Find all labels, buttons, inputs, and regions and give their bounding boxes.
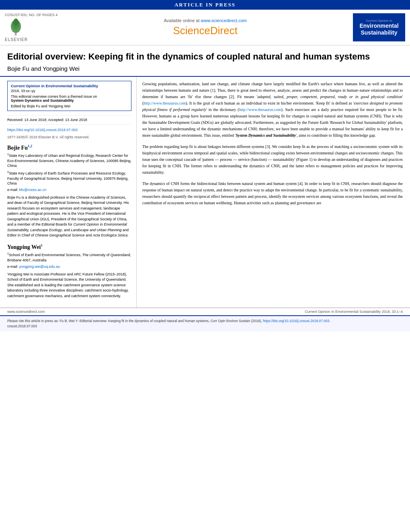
journal-sust-name: Sustainability — [357, 29, 401, 36]
article-authors: Bojie Fu and Yongping Wei — [7, 65, 403, 72]
left-column: Current Opinion in Environmental Sustain… — [0, 77, 137, 308]
journal-info-box: Current Opinion in Environmental Sustain… — [7, 81, 131, 111]
author-yongping-section: Yongping Wei1 1School of Earth and Envir… — [7, 243, 131, 299]
affiliation-yongping-1: 1School of Earth and Environmental Scien… — [7, 252, 131, 263]
article-in-press-banner: ARTICLE IN PRESS — [0, 0, 410, 10]
author-yongping-name: Yongping Wei1 — [7, 243, 131, 251]
journal-volume: 2018, 33:xx–yy — [11, 89, 128, 93]
doi-link[interactable]: https://doi.org/10.1016/j.cosust.2018.07… — [7, 128, 78, 132]
footer-left: www.sciencedirect.com — [7, 310, 45, 314]
header: COSUST-831; NO. OF PAGES 4 ELSEVIER Avai… — [0, 10, 410, 45]
journal-brand-box: Current Opinion in Environmental Sustain… — [353, 13, 405, 41]
citation-suffix: cosust.2018.07.003 — [7, 324, 37, 328]
themed-issue-topic: System Dynamics and Sustainability — [11, 99, 74, 103]
elsevier-tree-icon — [6, 18, 26, 37]
themed-issue-text: This editorial overview comes from a the… — [11, 94, 128, 103]
header-center: Available online at www.sciencedirect.co… — [57, 18, 353, 37]
affiliation-bojie-2: 2State Key Laboratory of Earth Surface P… — [7, 170, 131, 186]
available-online: Available online at www.sciencedirect.co… — [57, 18, 353, 23]
thesaurus-link-1[interactable]: http://www.thesaurus.com — [144, 101, 186, 105]
journal-name-info: Current Opinion in Environmental Sustain… — [11, 84, 128, 88]
sciencedirect-url[interactable]: www.sciencedirect.com — [201, 18, 247, 23]
email-bojie: e-mail: bfu@rcees.ac.cn — [7, 188, 131, 192]
paragraph-1: Growing populations, urbanization, land … — [142, 81, 403, 139]
rights-section: 1877-3435/© 2018 Elsevier B.V. All right… — [7, 135, 131, 139]
footer-main: www.sciencedirect.com Current Opinion in… — [0, 308, 410, 315]
journal-env-name: Environmental — [357, 23, 401, 29]
email-bojie-link[interactable]: bfu@rcees.ac.cn — [19, 188, 47, 192]
footer-citation: Please cite this article in press as: Fu… — [0, 315, 410, 331]
author-bojie-name: Bojie Fu1,2 — [7, 144, 131, 151]
thesaurus-link-2[interactable]: http://www.thesaurus.com — [239, 107, 281, 112]
bio-bojie: Bojie Fu is a distinguished professor in… — [7, 195, 131, 238]
cosust-id: COSUST-831; NO. OF PAGES 4 — [5, 13, 57, 17]
email-yongping-link[interactable]: yongping.wei@uq.edu.au — [19, 265, 60, 269]
citation-text: Please cite this article in press as: Fu… — [7, 319, 262, 323]
bio-yongping: Yongping Wei is Associate Professor and … — [7, 272, 131, 299]
doi-section: https://doi.org/10.1016/j.cosust.2018.07… — [7, 128, 131, 132]
svg-point-3 — [14, 18, 19, 26]
paragraph-2: The problem regarding keep fit is about … — [142, 144, 403, 176]
elsevier-logo: ELSEVIER — [5, 18, 28, 42]
article-title: Editorial overview: Keeping fit in the d… — [7, 51, 403, 63]
edited-by: Edited by Bojie Fu and Yongping Wei — [11, 104, 128, 108]
author-bojie-section: Bojie Fu1,2 1State Key Laboratory of Urb… — [7, 144, 131, 238]
footer-right: Current Opinion in Environmental Sustain… — [305, 310, 403, 314]
two-column-layout: Current Opinion in Environmental Sustain… — [0, 77, 410, 308]
right-column: Growing populations, urbanization, land … — [137, 77, 410, 308]
citation-doi-link[interactable]: https://doi.org/10.1016/j.cosust.2018.07… — [263, 319, 329, 323]
current-opinion-label: Current Opinion in — [357, 19, 401, 23]
paragraph-3: The dynamics of CNH forms the bidirectio… — [142, 181, 403, 206]
title-section: Editorial overview: Keeping fit in the d… — [0, 45, 410, 77]
sciencedirect-logo-display: ScienceDirect — [57, 25, 353, 37]
affiliation-bojie-1: 1State Key Laboratory of Urban and Regio… — [7, 152, 131, 168]
elsevier-text: ELSEVIER — [5, 37, 28, 42]
email-yongping: e-mail: yongping.wei@uq.edu.au — [7, 265, 131, 269]
dates-section: Received: 13 June 2018; Accepted: 13 Jun… — [7, 115, 131, 125]
header-left: COSUST-831; NO. OF PAGES 4 ELSEVIER — [5, 13, 57, 42]
